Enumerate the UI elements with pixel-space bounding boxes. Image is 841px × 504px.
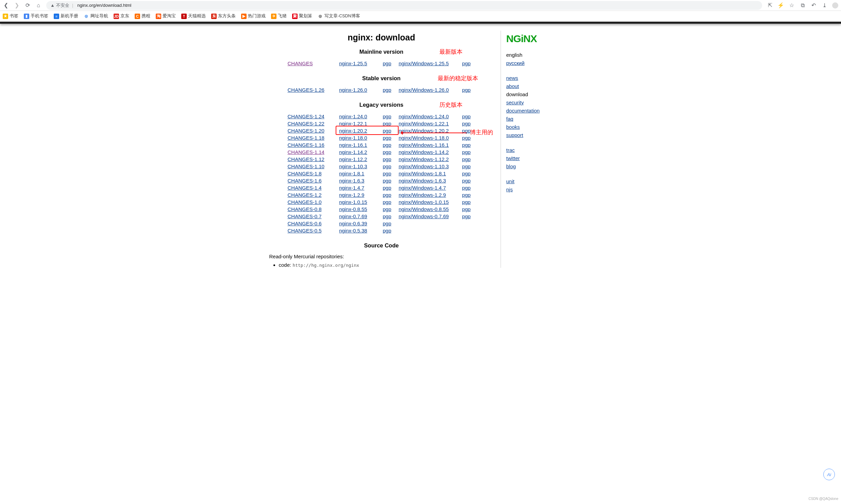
changes-link[interactable]: CHANGES-0.7 (288, 213, 322, 219)
extension-icon[interactable]: ⧉ (800, 2, 806, 8)
pgp-link[interactable]: pgp (383, 142, 391, 148)
source-link[interactable]: nginx-1.24.0 (339, 114, 367, 119)
windows-link[interactable]: nginx/Windows-1.14.2 (399, 149, 449, 155)
windows-link[interactable]: nginx/Windows-1.18.0 (399, 135, 449, 141)
bookmark-item[interactable]: JD京东 (114, 13, 129, 19)
changes-link[interactable]: CHANGES-1.6 (288, 178, 322, 184)
windows-link[interactable]: nginx/Windows-1.0.15 (399, 199, 449, 205)
changes-link[interactable]: CHANGES-1.10 (288, 163, 324, 169)
pgp-link[interactable]: pgp (462, 206, 471, 212)
share-icon[interactable]: ⇱ (767, 2, 773, 8)
changes-link[interactable]: CHANGES-1.0 (288, 199, 322, 205)
source-link[interactable]: nginx-1.12.2 (339, 156, 367, 162)
changes-link[interactable]: CHANGES-1.22 (288, 121, 324, 126)
pgp-link[interactable]: pgp (462, 149, 471, 155)
source-link[interactable]: nginx-1.16.1 (339, 142, 367, 148)
pgp-link[interactable]: pgp (462, 213, 471, 219)
pgp-link[interactable]: pgp (462, 163, 471, 169)
pgp-link[interactable]: pgp (383, 60, 391, 66)
star-icon[interactable]: ☆ (789, 2, 795, 8)
bookmark-item[interactable]: ✈飞猪 (271, 13, 287, 19)
source-link[interactable]: nginx-1.26.0 (339, 87, 367, 93)
pgp-link[interactable]: pgp (462, 142, 471, 148)
changes-link[interactable]: CHANGES-1.2 (288, 192, 322, 198)
changes-link[interactable]: CHANGES-1.26 (288, 87, 324, 93)
pgp-link[interactable]: pgp (383, 87, 391, 93)
source-link[interactable]: nginx-1.10.3 (339, 163, 367, 169)
windows-link[interactable]: nginx/Windows-1.26.0 (399, 87, 449, 93)
windows-link[interactable]: nginx/Windows-1.2.9 (399, 192, 446, 198)
sidebar-link[interactable]: trac (506, 147, 515, 153)
pgp-link[interactable]: pgp (462, 171, 471, 176)
pgp-link[interactable]: pgp (462, 114, 471, 119)
windows-link[interactable]: nginx/Windows-1.6.3 (399, 178, 446, 184)
pgp-link[interactable]: pgp (383, 149, 391, 155)
pgp-link[interactable]: pgp (462, 185, 471, 191)
windows-link[interactable]: nginx/Windows-0.8.55 (399, 206, 449, 212)
source-link[interactable]: nginx-0.8.55 (339, 206, 367, 212)
back-button[interactable]: ❮ (3, 2, 9, 8)
pgp-link[interactable]: pgp (383, 156, 391, 162)
sidebar-link[interactable]: blog (506, 163, 516, 169)
changes-link[interactable]: CHANGES-1.8 (288, 171, 322, 176)
repo-url[interactable]: http://hg.nginx.org/nginx (292, 263, 359, 268)
changes-link[interactable]: CHANGES-1.24 (288, 114, 324, 119)
sidebar-link[interactable]: support (506, 132, 523, 138)
bookmark-item[interactable]: ≡新机手册 (54, 13, 78, 19)
bookmark-item[interactable]: ★书签 (3, 13, 18, 19)
pgp-link[interactable]: pgp (383, 171, 391, 176)
pgp-link[interactable]: pgp (383, 228, 391, 233)
pgp-link[interactable]: pgp (462, 60, 471, 66)
pgp-link[interactable]: pgp (383, 178, 391, 184)
pgp-link[interactable]: pgp (383, 213, 391, 219)
source-link[interactable]: nginx-1.8.1 (339, 171, 364, 176)
reload-button[interactable]: ⟳ (24, 2, 31, 8)
bookmark-item[interactable]: ◎网址导航 (84, 13, 108, 19)
sidebar-link[interactable]: documentation (506, 108, 540, 114)
home-button[interactable]: ⌂ (35, 2, 41, 8)
changes-link[interactable]: CHANGES-1.18 (288, 135, 324, 141)
windows-link[interactable]: nginx/Windows-1.22.1 (399, 121, 449, 126)
sidebar-link[interactable]: books (506, 124, 520, 130)
bookmark-item[interactable]: C携程 (135, 13, 150, 19)
changes-link[interactable]: CHANGES-1.14 (288, 149, 324, 155)
bookmark-item[interactable]: 东东方头条 (211, 13, 236, 19)
windows-link[interactable]: nginx/Windows-1.16.1 (399, 142, 449, 148)
changes-link[interactable]: CHANGES-1.16 (288, 142, 324, 148)
pgp-link[interactable]: pgp (383, 221, 391, 226)
changes-link[interactable]: CHANGES-0.6 (288, 221, 322, 226)
pgp-link[interactable]: pgp (383, 163, 391, 169)
sidebar-link[interactable]: security (506, 100, 524, 105)
forward-button[interactable]: ❯ (14, 2, 20, 8)
pgp-link[interactable]: pgp (383, 199, 391, 205)
source-link[interactable]: nginx-1.25.5 (339, 60, 367, 66)
bolt-icon[interactable]: ⚡ (778, 2, 784, 8)
sidebar-link[interactable]: njs (506, 187, 513, 192)
windows-link[interactable]: nginx/Windows-1.4.7 (399, 185, 446, 191)
windows-link[interactable]: nginx/Windows-1.24.0 (399, 114, 449, 119)
source-link[interactable]: nginx-1.4.7 (339, 185, 364, 191)
changes-link[interactable]: CHANGES-1.12 (288, 156, 324, 162)
bookmark-item[interactable]: 聚聚划算 (292, 13, 312, 19)
source-link[interactable]: nginx-0.6.39 (339, 221, 367, 226)
changes-link[interactable]: CHANGES (288, 60, 313, 66)
bookmark-item[interactable]: ▶热门游戏 (241, 13, 266, 19)
windows-link[interactable]: nginx/Windows-1.12.2 (399, 156, 449, 162)
bookmark-item[interactable]: 淘爱淘宝 (156, 13, 176, 19)
sidebar-link[interactable]: news (506, 75, 518, 81)
source-link[interactable]: nginx-1.14.2 (339, 149, 367, 155)
changes-link[interactable]: CHANGES-0.8 (288, 206, 322, 212)
pgp-link[interactable]: pgp (383, 192, 391, 198)
pgp-link[interactable]: pgp (383, 114, 391, 119)
sidebar-link[interactable]: unit (506, 178, 515, 184)
pgp-link[interactable]: pgp (462, 192, 471, 198)
sidebar-link[interactable]: about (506, 83, 519, 89)
source-link[interactable]: nginx-0.7.69 (339, 213, 367, 219)
download-icon[interactable]: ⤓ (821, 2, 827, 8)
pgp-link[interactable]: pgp (462, 178, 471, 184)
source-link[interactable]: nginx-1.2.9 (339, 192, 364, 198)
source-link[interactable]: nginx-1.0.15 (339, 199, 367, 205)
source-link[interactable]: nginx-1.18.0 (339, 135, 367, 141)
pgp-link[interactable]: pgp (383, 206, 391, 212)
sidebar-link[interactable]: русский (506, 60, 525, 66)
